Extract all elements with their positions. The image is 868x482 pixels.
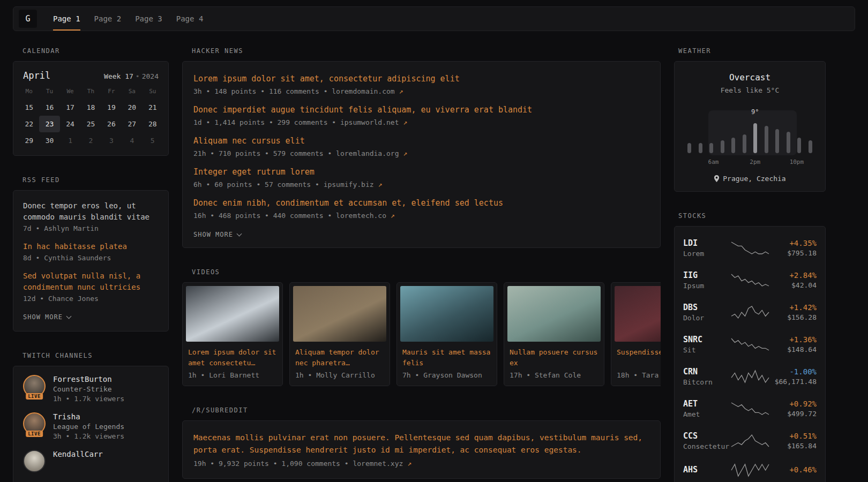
calendar-day[interactable]: 4 [122,132,142,149]
rss-widget-title: RSS FEED [23,176,169,184]
video-title[interactable]: Aliquam tempor dolor nec pharetra… [295,347,384,368]
twitch-channel-name[interactable]: ForrestBurton [53,375,124,383]
video-thumbnail[interactable] [507,286,601,342]
hn-item-title[interactable]: Donec imperdiet augue tincidunt felis al… [193,104,649,116]
twitch-widget: TWITCH CHANNELS LIVEForrestBurtonCounter… [13,352,169,482]
stock-row[interactable]: AHS+0.46% [683,457,817,482]
calendar-day[interactable]: 17 [60,99,80,116]
rss-show-more-button[interactable]: SHOW MORE [23,313,71,321]
video-card[interactable]: Lorem ipsum dolor sit amet consectetu…1h… [182,282,283,386]
stock-symbol[interactable]: AHS [683,465,731,475]
stock-sparkline [731,463,769,477]
video-title[interactable]: Nullam posuere cursus ex [510,347,598,368]
top-nav: G Page 1Page 2Page 3Page 4 [13,6,855,31]
calendar-day[interactable]: 27 [122,116,142,132]
hn-item-title[interactable]: Aliquam nec cursus elit [193,135,649,147]
calendar-day[interactable]: 23 [39,116,59,132]
subreddit-card: Maecenas mollis pulvinar erat non posuer… [182,420,661,479]
nav-tabs: Page 1Page 2Page 3Page 4 [53,7,203,31]
calendar-day[interactable]: 22 [19,116,39,132]
rss-item-title[interactable]: Sed volutpat nulla nisl, a condimentum n… [23,270,159,293]
rss-item-title[interactable]: Donec tempor eros leo, ut commodo mauris… [23,200,159,223]
tab-page-4[interactable]: Page 4 [176,7,204,31]
calendar-day[interactable]: 19 [101,99,122,116]
rss-item-title[interactable]: In hac habitasse platea [23,241,159,252]
twitch-channel-name[interactable]: Trisha [53,412,124,421]
calendar-day[interactable]: 5 [143,132,163,149]
tab-page-2[interactable]: Page 2 [94,7,122,31]
stock-symbol[interactable]: DBS [683,303,731,312]
calendar-day-header: Su [143,84,163,98]
calendar-day[interactable]: 1 [60,132,80,149]
app-logo[interactable]: G [19,10,37,28]
external-link-icon: ↗ [403,118,407,126]
rss-item: Donec tempor eros leo, ut commodo mauris… [23,200,159,232]
stock-symbol[interactable]: SNRC [683,335,731,344]
video-title[interactable]: Suspendisse diam [617,347,661,368]
stock-price: $156.28 [769,313,817,321]
weather-widget: WEATHER Overcast Feels like 5°C 9° 6am2p… [674,47,826,192]
video-card[interactable]: Suspendisse diam18h • Tara [611,282,661,386]
video-thumbnail[interactable] [615,286,661,342]
calendar-day[interactable]: 25 [80,116,101,132]
avatar-image [23,450,46,472]
calendar-day[interactable]: 16 [39,99,59,116]
stock-row[interactable]: IIGIpsum+2.84%$42.04 [683,264,817,296]
stock-row[interactable]: LDILorem+4.35%$795.18 [683,232,817,264]
stock-symbol[interactable]: CRN [683,367,731,376]
calendar-day-headers: MoTuWeThFrSaSu [13,83,168,98]
video-title[interactable]: Lorem ipsum dolor sit amet consectetu… [188,347,277,368]
video-card[interactable]: Aliquam tempor dolor nec pharetra…1h • M… [289,282,390,386]
stock-row[interactable]: SNRCSit+1.36%$148.64 [683,328,817,360]
weather-condition: Overcast [683,72,817,82]
twitch-channel-game: Counter-Strike [53,385,124,393]
calendar-card: April Week 17•2024 MoTuWeThFrSaSu 151617… [13,61,169,156]
twitch-channel[interactable]: KendallCarr [23,450,159,475]
tab-page-1[interactable]: Page 1 [53,7,80,31]
calendar-day[interactable]: 26 [101,116,122,132]
video-title[interactable]: Mauris sit amet massa felis [402,347,491,368]
stock-values: +1.36%$148.64 [769,335,817,353]
weather-location-row[interactable]: Prague, Czechia [683,175,817,183]
video-thumbnail[interactable] [186,286,279,342]
calendar-day[interactable]: 28 [143,116,163,132]
subreddit-post-title[interactable]: Maecenas mollis pulvinar erat non posuer… [193,432,649,456]
stock-row[interactable]: DBSDolor+1.42%$156.28 [683,296,817,328]
calendar-day[interactable]: 21 [143,99,163,116]
calendar-day[interactable]: 2 [80,132,101,149]
calendar-day[interactable]: 3 [101,132,122,149]
twitch-channel-name[interactable]: KendallCarr [53,450,103,458]
video-thumbnail[interactable] [293,286,386,342]
hn-item-title[interactable]: Integer eget rutrum lorem [193,167,649,178]
calendar-day[interactable]: 15 [19,99,39,116]
calendar-day[interactable]: 20 [122,99,142,116]
external-link-icon: ↗ [399,87,403,95]
twitch-channel[interactable]: LIVEForrestBurtonCounter-Strike1h • 1.7k… [23,375,159,403]
calendar-day[interactable]: 24 [60,116,80,132]
calendar-day[interactable]: 30 [39,132,59,149]
calendar-separator: • [136,72,140,80]
hackernews-show-more-button[interactable]: SHOW MORE [193,231,241,238]
hn-item-title[interactable]: Donec enim nibh, condimentum et accumsan… [193,198,649,209]
stock-symbol[interactable]: LDI [683,238,731,248]
stock-name: Dolor [683,314,731,322]
twitch-channel[interactable]: LIVETrishaLeague of Legends3h • 1.2k vie… [23,412,159,440]
stock-symbol[interactable]: IIG [683,270,731,280]
rss-card: Donec tempor eros leo, ut commodo mauris… [13,190,169,332]
hn-item-title[interactable]: Lorem ipsum dolor sit amet, consectetur … [193,73,649,85]
subreddit-post: Maecenas mollis pulvinar erat non posuer… [193,432,649,468]
stock-change: +2.84% [769,271,817,280]
calendar-widget: CALENDAR April Week 17•2024 MoTuWeThFrSa… [13,47,169,156]
stock-row[interactable]: AETAmet+0.92%$499.72 [683,393,817,425]
calendar-day[interactable]: 18 [80,99,101,116]
video-thumbnail[interactable] [400,286,493,342]
video-card[interactable]: Nullam posuere cursus ex17h • Stefan Col… [504,282,604,386]
stock-row[interactable]: CRNBitcorn-1.00%$66,171.48 [683,360,817,393]
stock-symbol[interactable]: CCS [683,431,731,441]
video-card[interactable]: Mauris sit amet massa felis7h • Grayson … [396,282,497,386]
stock-row[interactable]: CCSConsectetur+0.51%$165.84 [683,425,817,457]
tab-page-3[interactable]: Page 3 [135,7,162,31]
calendar-day[interactable]: 29 [19,132,39,149]
stock-name: Consectetur [683,442,731,450]
stock-symbol[interactable]: AET [683,399,731,409]
